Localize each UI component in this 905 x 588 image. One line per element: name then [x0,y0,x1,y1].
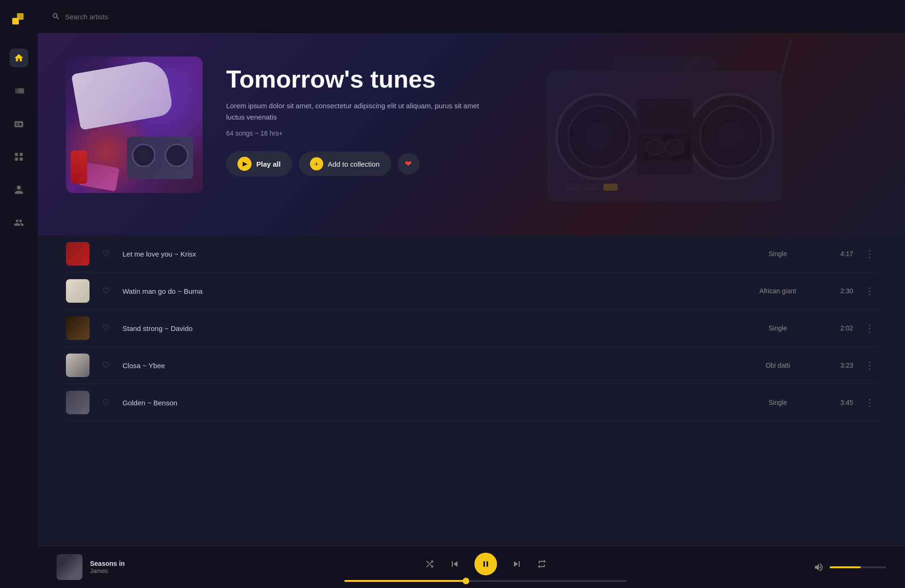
svg-rect-2 [15,153,18,156]
track-album: Single [740,324,815,332]
header [38,0,905,33]
track-row[interactable]: ♡ Watin man go do ~ Burna African giant … [66,273,877,310]
player-thumbnail [57,554,82,580]
track-duration: 2:30 [825,287,853,295]
play-all-icon: ▶ [237,157,252,171]
speaker-right [165,144,188,167]
track-row[interactable]: ♡ Let me love you ~ Krisx Single 4:17 ⋮ [66,235,877,273]
track-thumbnail [66,391,90,414]
player-track-artist: James [90,567,125,574]
hero-title: Tomorrow's tunes [226,66,490,93]
svg-rect-3 [20,153,23,156]
player-buttons [424,553,547,575]
track-album: Single [740,250,815,258]
svg-rect-5 [20,158,23,161]
play-pause-button[interactable] [474,553,497,575]
track-thumbnail [66,279,90,303]
app-logo [10,9,27,30]
hero-meta: 64 songs ~ 16 hrs+ [226,129,490,137]
tracklist: ♡ Let me love you ~ Krisx Single 4:17 ⋮ … [38,235,905,546]
track-row[interactable]: ♡ Golden ~ Benson Single 3:45 ⋮ [66,384,877,421]
hero-content: Tomorrow's tunes Lorem ipsum dolor sit a… [38,33,905,217]
track-duration: 4:17 [825,250,853,258]
sidebar-item-browse[interactable] [9,147,28,166]
track-more-button[interactable]: ⋮ [863,285,877,297]
play-all-button[interactable]: ▶ Play all [226,151,292,177]
track-row[interactable]: ♡ Stand strong ~ Davido Single 2:02 ⋮ [66,310,877,347]
track-thumbnail [66,242,90,266]
track-album: African giant [740,287,815,295]
sidebar-item-friends[interactable] [9,213,28,232]
sneaker-decoration [71,58,174,130]
track-like-button[interactable]: ♡ [99,360,113,371]
track-more-button[interactable]: ⋮ [863,322,877,334]
sidebar-item-library[interactable] [9,81,28,100]
track-name: Let me love you ~ Krisx [122,250,731,258]
album-art [66,56,203,193]
track-thumbnail [66,316,90,340]
track-album: Obi datti [740,362,815,369]
collection-label: Add to collection [328,160,380,168]
add-to-collection-button[interactable]: + Add to collection [299,152,391,176]
player-volume [783,562,886,572]
volume-bar-fill [830,566,861,568]
track-name: Closa ~ Ybee [122,362,731,370]
track-like-button[interactable]: ♡ [99,323,113,333]
search-container [52,12,169,21]
sidebar-item-radio[interactable] [9,114,28,133]
track-name: Golden ~ Benson [122,399,731,407]
player-thumb-image [57,554,82,580]
hero-text: Tomorrow's tunes Lorem ipsum dolor sit a… [226,56,490,177]
hero-description: Lorem ipsum dolor sit amet, consectetur … [226,100,490,123]
repeat-button[interactable] [537,559,547,569]
coke-can-decoration [71,151,87,184]
track-thumbnail [66,354,90,377]
sidebar-item-profile[interactable] [9,180,28,199]
main-content: Tomorrow's tunes Lorem ipsum dolor sit a… [38,0,905,588]
hero-actions: ▶ Play all + Add to collection ❤ [226,151,490,177]
speaker-left [132,144,155,167]
track-more-button[interactable]: ⋮ [863,248,877,259]
search-icon [52,12,60,21]
track-name: Stand strong ~ Davido [122,324,731,332]
volume-icon [814,562,824,572]
hero-section: Tomorrow's tunes Lorem ipsum dolor sit a… [38,33,905,235]
track-duration: 2:02 [825,324,853,332]
track-more-button[interactable]: ⋮ [863,397,877,408]
player-track-info: Seasons in James [57,554,188,580]
player-progress-bar[interactable] [344,580,627,582]
sidebar [0,0,38,588]
boombox-decoration [127,137,193,179]
player-track-name: Seasons in [90,560,125,567]
next-button[interactable] [511,558,522,570]
sidebar-item-home[interactable] [9,48,28,67]
like-button[interactable]: ❤ [398,153,419,175]
track-duration: 3:45 [825,399,853,406]
album-art-inner [66,56,203,193]
player-track-details: Seasons in James [90,560,125,574]
track-like-button[interactable]: ♡ [99,286,113,296]
track-name: Watin man go do ~ Burna [122,287,731,295]
track-album: Single [740,399,815,406]
player-controls [188,553,783,582]
progress-dot [463,578,469,584]
track-duration: 3:23 [825,362,853,369]
track-more-button[interactable]: ⋮ [863,360,877,371]
search-input[interactable] [65,13,169,21]
previous-button[interactable] [449,558,460,570]
play-all-label: Play all [256,160,281,168]
progress-bar-fill [344,580,466,582]
progress-bar-background[interactable] [344,580,627,582]
volume-bar-background[interactable] [830,566,886,568]
collection-icon: + [310,157,323,170]
track-like-button[interactable]: ♡ [99,249,113,259]
track-row[interactable]: ♡ Closa ~ Ybee Obi datti 3:23 ⋮ [66,347,877,384]
svg-rect-4 [15,158,18,161]
shuffle-button[interactable] [424,559,435,569]
player-bar: Seasons in James [38,546,905,588]
track-like-button[interactable]: ♡ [99,397,113,408]
svg-rect-1 [17,13,24,20]
